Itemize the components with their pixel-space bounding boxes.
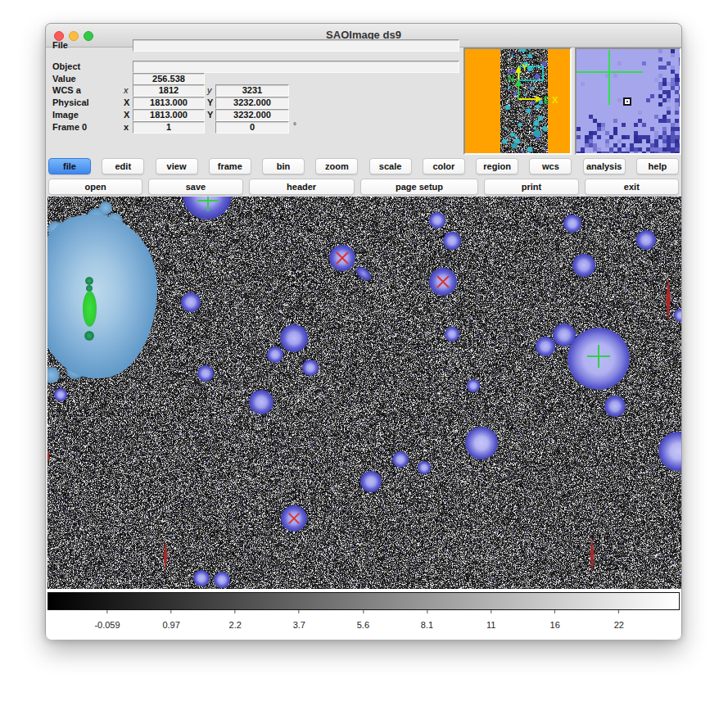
star-blob: [280, 324, 308, 352]
star-blob: [536, 337, 555, 356]
red-diamond-marker: [589, 537, 595, 573]
nebula-bump: [47, 367, 60, 383]
save-button[interactable]: save: [148, 179, 242, 195]
image-y-label: Y: [207, 110, 213, 120]
red-diamond-marker: [664, 277, 672, 323]
header-button[interactable]: header: [249, 179, 355, 195]
green-cross-marker: [587, 345, 610, 368]
object-label: Object: [52, 61, 80, 71]
panner-compass-e-label: E: [544, 95, 549, 105]
star-blob: [181, 292, 201, 312]
physical-x-field[interactable]: 1813.000: [133, 97, 205, 109]
star-blob: [674, 309, 681, 322]
panner-compass-n-label: N: [508, 74, 514, 84]
star-blob: [467, 379, 480, 392]
screenshot-stage: SAOImage ds9 File Object Value 256.538 W…: [0, 0, 728, 706]
menu-wcs[interactable]: wcs: [529, 158, 572, 174]
colorbar-tick: -0.059: [94, 610, 120, 631]
panner-panel[interactable]: Y N E X: [463, 48, 572, 155]
magnifier-cursor-marker: [623, 97, 631, 106]
wcs-y-field[interactable]: 3231: [215, 84, 289, 97]
star-blob: [197, 365, 214, 382]
menu-zoom[interactable]: zoom: [315, 158, 358, 174]
image-x-field[interactable]: 1813.000: [133, 109, 205, 121]
colorbar[interactable]: [47, 592, 680, 610]
open-button[interactable]: open: [48, 179, 142, 195]
exit-button[interactable]: exit: [585, 179, 679, 195]
print-button[interactable]: print: [484, 179, 578, 195]
crosshair-icon: [577, 71, 643, 73]
info-row-physical: Physical X 1813.000 Y 3232.000: [46, 97, 504, 107]
red-diamond-marker: [47, 450, 51, 463]
image-label: Image: [52, 110, 79, 120]
star-blob: [360, 471, 382, 492]
red-diamond-marker: [162, 541, 169, 572]
star-blob: [445, 327, 459, 342]
star-blob: [392, 451, 409, 468]
menu-region[interactable]: region: [476, 158, 518, 174]
image-x-label: X: [124, 110, 129, 120]
star-blob: [636, 230, 656, 250]
image-y-field[interactable]: 3232.000: [215, 109, 289, 121]
file-field[interactable]: [133, 39, 459, 52]
panner-axis-x-label: X: [552, 95, 558, 105]
info-row-value: Value 256.538: [46, 73, 504, 84]
menu-analysis[interactable]: analysis: [583, 158, 626, 174]
frame-rotate-field[interactable]: 0: [215, 121, 289, 134]
frame-label: Frame 0: [52, 122, 87, 132]
star-blob: [54, 388, 67, 401]
value-label: Value: [52, 74, 76, 84]
magnifier-panel[interactable]: [575, 48, 681, 155]
object-field[interactable]: [133, 61, 459, 73]
menu-edit[interactable]: edit: [102, 158, 144, 174]
wcs-label: WCS a: [52, 85, 81, 95]
image-features-layer: [47, 197, 681, 589]
star-blob: [429, 212, 445, 229]
menu-view[interactable]: view: [156, 158, 198, 174]
menu-color[interactable]: color: [423, 158, 465, 174]
nebula-core-knob: [85, 277, 93, 285]
green-cross-marker: [197, 197, 219, 211]
menu-file[interactable]: file: [48, 158, 91, 174]
nebula-bump: [99, 201, 112, 215]
info-row-image: Image X 1813.000 Y 3232.000: [46, 109, 504, 120]
star-blob: [443, 232, 461, 250]
colorbar-ticks: -0.0590.972.23.75.68.1111622: [46, 610, 681, 635]
menu-help[interactable]: help: [636, 158, 679, 174]
info-row-wcs: WCS a x 1812 y 3231: [46, 84, 504, 95]
nebula-core: [83, 291, 97, 327]
image-viewport[interactable]: [47, 197, 681, 589]
wcs-y-label: y: [207, 85, 212, 95]
star-blob: [214, 572, 230, 588]
page-setup-button[interactable]: page setup: [360, 179, 479, 195]
star-blob: [563, 215, 581, 233]
frame-zoom-field[interactable]: 1: [133, 121, 205, 134]
colorbar-tick: 0.97: [162, 610, 179, 631]
wcs-x-label: x: [124, 85, 129, 95]
star-blob: [352, 263, 374, 284]
physical-label: Physical: [52, 97, 89, 107]
file-action-bar: open save header page setup print exit: [48, 179, 679, 195]
star-blob: [267, 346, 283, 363]
menu-bin[interactable]: bin: [262, 158, 305, 174]
physical-x-label: X: [124, 97, 129, 107]
wcs-x-field[interactable]: 1812: [133, 84, 205, 97]
colorbar-tick: 11: [486, 610, 495, 631]
menu-frame[interactable]: frame: [209, 158, 251, 174]
info-row-object: Object: [46, 61, 504, 71]
menu-scale[interactable]: scale: [369, 158, 412, 174]
crosshair-icon: [608, 50, 610, 105]
star-blob: [249, 390, 274, 414]
physical-y-label: Y: [207, 97, 213, 107]
star-blob: [658, 432, 681, 471]
colorbar-tick: 5.6: [357, 610, 369, 631]
app-window: SAOImage ds9 File Object Value 256.538 W…: [45, 23, 682, 639]
value-field[interactable]: 256.538: [133, 73, 205, 85]
colorbar-tick: 8.1: [421, 610, 433, 631]
physical-y-field[interactable]: 3232.000: [215, 97, 289, 109]
menu-bar: file edit view frame bin zoom scale colo…: [48, 158, 679, 174]
colorbar-tick: 2.2: [229, 610, 242, 631]
degree-label: °: [293, 121, 296, 130]
info-row-file: File: [46, 39, 504, 50]
colorbar-section: -0.0590.972.23.75.68.1111622: [46, 589, 681, 640]
